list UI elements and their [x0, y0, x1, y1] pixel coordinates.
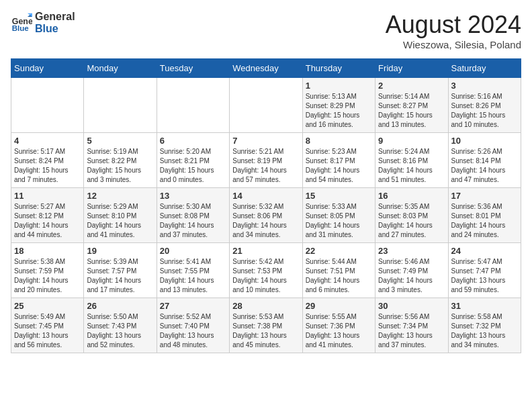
day-number: 10 [451, 136, 518, 146]
calendar-cell: 10Sunrise: 5:26 AM Sunset: 8:14 PM Dayli… [448, 133, 521, 188]
logo-blue: Blue [35, 23, 75, 35]
calendar-cell: 19Sunrise: 5:39 AM Sunset: 7:57 PM Dayli… [84, 243, 157, 298]
day-info: Sunrise: 5:21 AM Sunset: 8:19 PM Dayligh… [232, 147, 299, 185]
calendar-table: Sunday Monday Tuesday Wednesday Thursday… [11, 58, 521, 353]
day-number: 19 [87, 246, 153, 256]
calendar-cell: 24Sunrise: 5:47 AM Sunset: 7:47 PM Dayli… [448, 243, 521, 298]
calendar-cell: 22Sunrise: 5:44 AM Sunset: 7:51 PM Dayli… [302, 243, 375, 298]
calendar-cell: 21Sunrise: 5:42 AM Sunset: 7:53 PM Dayli… [230, 243, 302, 298]
day-number: 1 [306, 81, 372, 91]
calendar-cell: 23Sunrise: 5:46 AM Sunset: 7:49 PM Dayli… [375, 243, 448, 298]
day-info: Sunrise: 5:14 AM Sunset: 8:27 PM Dayligh… [378, 92, 445, 130]
day-info: Sunrise: 5:41 AM Sunset: 7:55 PM Dayligh… [160, 257, 226, 295]
calendar-week-row: 4Sunrise: 5:17 AM Sunset: 8:24 PM Daylig… [11, 133, 521, 188]
calendar-week-row: 18Sunrise: 5:38 AM Sunset: 7:59 PM Dayli… [11, 243, 521, 298]
calendar-cell: 25Sunrise: 5:49 AM Sunset: 7:45 PM Dayli… [11, 298, 84, 353]
day-info: Sunrise: 5:39 AM Sunset: 7:57 PM Dayligh… [87, 257, 153, 295]
day-info: Sunrise: 5:23 AM Sunset: 8:17 PM Dayligh… [306, 147, 372, 185]
day-number: 5 [87, 136, 153, 146]
calendar-cell: 15Sunrise: 5:33 AM Sunset: 8:05 PM Dayli… [302, 188, 375, 243]
page-header: General Blue General Blue August 2024 Wi… [11, 11, 521, 50]
calendar-cell: 18Sunrise: 5:38 AM Sunset: 7:59 PM Dayli… [11, 243, 84, 298]
calendar-cell [84, 78, 157, 133]
day-number: 31 [451, 301, 518, 311]
day-info: Sunrise: 5:53 AM Sunset: 7:38 PM Dayligh… [232, 312, 299, 350]
day-number: 2 [378, 81, 445, 91]
calendar-cell: 29Sunrise: 5:55 AM Sunset: 7:36 PM Dayli… [302, 298, 375, 353]
col-monday: Monday [84, 59, 157, 78]
day-info: Sunrise: 5:29 AM Sunset: 8:10 PM Dayligh… [87, 202, 153, 240]
day-info: Sunrise: 5:30 AM Sunset: 8:08 PM Dayligh… [160, 202, 226, 240]
day-info: Sunrise: 5:38 AM Sunset: 7:59 PM Dayligh… [14, 257, 81, 295]
calendar-week-row: 11Sunrise: 5:27 AM Sunset: 8:12 PM Dayli… [11, 188, 521, 243]
day-number: 24 [451, 246, 518, 256]
day-info: Sunrise: 5:24 AM Sunset: 8:16 PM Dayligh… [378, 147, 445, 185]
logo-icon: General Blue [11, 12, 32, 34]
day-info: Sunrise: 5:55 AM Sunset: 7:36 PM Dayligh… [306, 312, 372, 350]
day-number: 23 [378, 246, 445, 256]
calendar-header-row: Sunday Monday Tuesday Wednesday Thursday… [11, 59, 521, 78]
day-info: Sunrise: 5:19 AM Sunset: 8:22 PM Dayligh… [87, 147, 153, 185]
day-info: Sunrise: 5:44 AM Sunset: 7:51 PM Dayligh… [306, 257, 372, 295]
day-info: Sunrise: 5:50 AM Sunset: 7:43 PM Dayligh… [87, 312, 153, 350]
day-number: 27 [160, 301, 226, 311]
day-info: Sunrise: 5:27 AM Sunset: 8:12 PM Dayligh… [14, 202, 81, 240]
calendar-cell [157, 78, 229, 133]
day-number: 3 [451, 81, 518, 91]
day-number: 4 [14, 136, 81, 146]
day-info: Sunrise: 5:16 AM Sunset: 8:26 PM Dayligh… [451, 92, 518, 130]
calendar-cell [230, 78, 302, 133]
day-info: Sunrise: 5:49 AM Sunset: 7:45 PM Dayligh… [14, 312, 81, 350]
calendar-cell: 8Sunrise: 5:23 AM Sunset: 8:17 PM Daylig… [302, 133, 375, 188]
day-info: Sunrise: 5:13 AM Sunset: 8:29 PM Dayligh… [306, 92, 372, 130]
col-wednesday: Wednesday [230, 59, 302, 78]
calendar-cell: 1Sunrise: 5:13 AM Sunset: 8:29 PM Daylig… [302, 78, 375, 133]
calendar-week-row: 1Sunrise: 5:13 AM Sunset: 8:29 PM Daylig… [11, 78, 521, 133]
day-number: 9 [378, 136, 445, 146]
day-info: Sunrise: 5:33 AM Sunset: 8:05 PM Dayligh… [306, 202, 372, 240]
calendar-cell: 27Sunrise: 5:52 AM Sunset: 7:40 PM Dayli… [157, 298, 229, 353]
calendar-cell: 9Sunrise: 5:24 AM Sunset: 8:16 PM Daylig… [375, 133, 448, 188]
day-info: Sunrise: 5:47 AM Sunset: 7:47 PM Dayligh… [451, 257, 518, 295]
calendar-cell: 4Sunrise: 5:17 AM Sunset: 8:24 PM Daylig… [11, 133, 84, 188]
calendar-cell: 14Sunrise: 5:32 AM Sunset: 8:06 PM Dayli… [230, 188, 302, 243]
day-info: Sunrise: 5:46 AM Sunset: 7:49 PM Dayligh… [378, 257, 445, 295]
day-number: 21 [232, 246, 299, 256]
day-number: 29 [306, 301, 372, 311]
day-number: 30 [378, 301, 445, 311]
day-number: 28 [232, 301, 299, 311]
day-info: Sunrise: 5:58 AM Sunset: 7:32 PM Dayligh… [451, 312, 518, 350]
svg-text:Blue: Blue [12, 24, 30, 32]
day-number: 8 [306, 136, 372, 146]
calendar-cell: 6Sunrise: 5:20 AM Sunset: 8:21 PM Daylig… [157, 133, 229, 188]
col-friday: Friday [375, 59, 448, 78]
col-saturday: Saturday [448, 59, 521, 78]
day-number: 17 [451, 191, 518, 201]
title-block: August 2024 Wieszowa, Silesia, Poland [386, 11, 521, 50]
col-tuesday: Tuesday [157, 59, 229, 78]
day-number: 22 [306, 246, 372, 256]
day-info: Sunrise: 5:32 AM Sunset: 8:06 PM Dayligh… [232, 202, 299, 240]
calendar-cell: 3Sunrise: 5:16 AM Sunset: 8:26 PM Daylig… [448, 78, 521, 133]
day-info: Sunrise: 5:52 AM Sunset: 7:40 PM Dayligh… [160, 312, 226, 350]
calendar-week-row: 25Sunrise: 5:49 AM Sunset: 7:45 PM Dayli… [11, 298, 521, 353]
calendar-cell [11, 78, 84, 133]
day-info: Sunrise: 5:20 AM Sunset: 8:21 PM Dayligh… [160, 147, 226, 185]
page-title: August 2024 [386, 11, 521, 39]
calendar-cell: 17Sunrise: 5:36 AM Sunset: 8:01 PM Dayli… [448, 188, 521, 243]
day-number: 7 [232, 136, 299, 146]
calendar-cell: 13Sunrise: 5:30 AM Sunset: 8:08 PM Dayli… [157, 188, 229, 243]
calendar-cell: 7Sunrise: 5:21 AM Sunset: 8:19 PM Daylig… [230, 133, 302, 188]
day-number: 16 [378, 191, 445, 201]
calendar-cell: 11Sunrise: 5:27 AM Sunset: 8:12 PM Dayli… [11, 188, 84, 243]
day-number: 14 [232, 191, 299, 201]
day-info: Sunrise: 5:42 AM Sunset: 7:53 PM Dayligh… [232, 257, 299, 295]
calendar-cell: 2Sunrise: 5:14 AM Sunset: 8:27 PM Daylig… [375, 78, 448, 133]
calendar-cell: 28Sunrise: 5:53 AM Sunset: 7:38 PM Dayli… [230, 298, 302, 353]
day-info: Sunrise: 5:35 AM Sunset: 8:03 PM Dayligh… [378, 202, 445, 240]
day-number: 18 [14, 246, 81, 256]
calendar-cell: 12Sunrise: 5:29 AM Sunset: 8:10 PM Dayli… [84, 188, 157, 243]
col-thursday: Thursday [302, 59, 375, 78]
logo: General Blue General Blue [11, 11, 75, 34]
calendar-cell: 16Sunrise: 5:35 AM Sunset: 8:03 PM Dayli… [375, 188, 448, 243]
